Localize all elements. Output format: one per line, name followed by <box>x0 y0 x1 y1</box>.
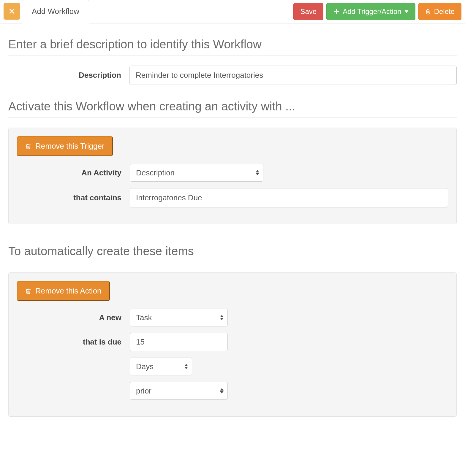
remove-action-label: Remove this Action <box>35 286 102 296</box>
remove-action-button[interactable]: Remove this Action <box>17 281 110 301</box>
close-tab-button[interactable] <box>4 3 20 20</box>
contains-input[interactable] <box>130 188 448 207</box>
delete-label: Delete <box>434 7 455 16</box>
tab-add-workflow[interactable]: Add Workflow <box>22 0 89 23</box>
due-value-input[interactable] <box>130 333 228 351</box>
due-unit-select[interactable]: Days <box>130 358 192 375</box>
add-trigger-action-button[interactable]: Add Trigger/Action <box>326 3 415 20</box>
trash-icon <box>25 288 31 295</box>
trash-icon <box>425 8 431 15</box>
action-panel: Remove this Action A new Task that is du… <box>8 272 457 417</box>
trash-icon <box>25 143 31 150</box>
plus-icon <box>333 8 340 15</box>
add-trigger-action-label: Add Trigger/Action <box>343 7 401 16</box>
description-input[interactable] <box>129 66 457 85</box>
remove-trigger-button[interactable]: Remove this Trigger <box>17 136 113 156</box>
new-label: A new <box>17 313 121 322</box>
due-relative-select[interactable]: prior <box>130 382 228 400</box>
description-label: Description <box>8 71 121 80</box>
section-heading-create: To automatically create these items <box>8 236 457 262</box>
activity-label: An Activity <box>17 168 121 177</box>
save-label: Save <box>300 7 317 16</box>
close-icon <box>9 8 15 15</box>
trigger-panel: Remove this Trigger An Activity Descript… <box>8 128 457 224</box>
tab-label: Add Workflow <box>32 7 79 16</box>
caret-down-icon <box>404 10 409 13</box>
activity-select[interactable]: Description <box>130 164 263 182</box>
section-heading-activate: Activate this Workflow when creating an … <box>8 91 457 118</box>
section-heading-description: Enter a brief description to identify th… <box>8 29 457 55</box>
new-type-select[interactable]: Task <box>130 309 228 326</box>
remove-trigger-label: Remove this Trigger <box>35 142 105 151</box>
contains-label: that contains <box>17 193 121 202</box>
save-button[interactable]: Save <box>293 3 323 20</box>
delete-button[interactable]: Delete <box>418 3 461 20</box>
svg-marker-4 <box>404 10 409 13</box>
due-label: that is due <box>17 337 121 347</box>
